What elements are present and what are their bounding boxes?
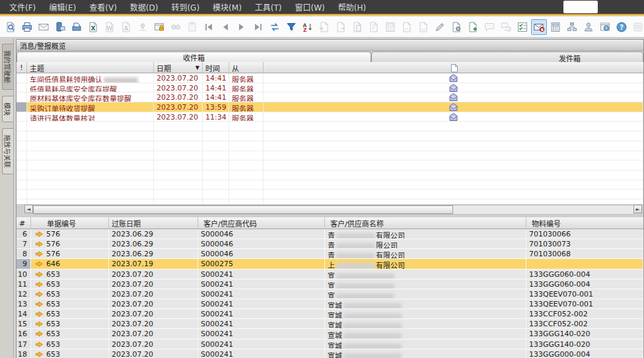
calculator-icon[interactable] [548,19,563,35]
journal-entry-icon[interactable] [366,19,382,35]
last-record-icon[interactable] [250,19,266,35]
export-excel-icon[interactable]: X [85,19,101,35]
inbox-col-header-0[interactable]: ! [17,62,27,73]
link-arrow-icon[interactable] [35,291,44,298]
copy-to-icon[interactable] [333,19,349,35]
chat-icon[interactable] [498,19,514,35]
next-record-icon[interactable] [234,19,250,35]
document-row-7[interactable]: 75762023.06.29S000046青限公司701030073 [17,239,643,249]
export-word-icon[interactable]: W [102,19,118,35]
sidebar-tab-1[interactable]: 模块 [2,96,13,122]
print-preview-icon[interactable] [3,19,18,35]
menu-item-2[interactable]: 查看(V) [83,0,124,15]
web-browser-icon[interactable] [597,19,613,35]
document-settings-icon[interactable] [448,19,464,35]
messages-alerts-overview-icon[interactable]: B [531,19,547,35]
documents-col-header-0[interactable]: # [17,217,31,229]
document-row-13[interactable]: 136532023.07.20S000241宣城133QEEV070-001 [17,299,643,309]
clipboard-icon[interactable] [184,19,200,35]
link-arrow-icon[interactable] [35,271,44,278]
link-arrow-icon[interactable] [35,330,44,338]
link-arrow-icon[interactable] [35,301,44,308]
first-record-icon[interactable] [201,19,217,35]
documents-col-header-5[interactable]: 物料编号 [526,217,643,229]
link-arrow-icon[interactable] [35,341,44,348]
link-arrow-icon[interactable] [35,351,44,358]
org-chart-icon[interactable] [564,19,580,35]
tab-outbox[interactable]: 发件箱 [371,52,643,62]
document-row-15[interactable]: 156532023.07.20S000241宣城133CCF052-002 [17,319,643,329]
refresh-record-icon[interactable] [267,19,283,35]
documents-col-header-2[interactable]: 过账日期 [109,217,198,229]
inbox-col-header-2[interactable]: 日期▼ [154,62,203,73]
filter-table-icon[interactable] [283,19,299,35]
documents-col-header-4[interactable]: 客户/供应商名称 [325,217,526,229]
export-pdf-icon[interactable]: A [118,19,134,35]
document-row-10[interactable]: 106532023.07.20S000241宣133GGG060-004 [17,269,643,279]
customize-icon[interactable] [630,19,644,35]
attachment-column-header[interactable] [264,62,643,73]
attachment-envelope-icon[interactable] [264,73,643,83]
menu-item-0[interactable]: 文件(F) [3,0,42,15]
document-journal-icon[interactable] [382,19,398,35]
document-row-11[interactable]: 116532023.07.20S000241宣133GGG060-004 [17,279,643,289]
checklist-icon[interactable] [515,19,530,35]
menu-item-7[interactable]: 窗口(W) [289,0,332,15]
document-row-8[interactable]: 85762023.06.29S000046青有限公司701030068 [17,249,643,259]
documents-col-header-1[interactable]: 单据编号 [31,217,109,229]
attachment-envelope-icon[interactable] [264,102,643,112]
inbox-col-header-3[interactable]: 时间 [203,62,229,73]
target-document-icon[interactable] [415,19,431,35]
document-row-14[interactable]: 146532023.07.20S000241宣城133CCF052-002 [17,309,643,319]
sidebar-tab-0[interactable]: 我的驾驶舱 [2,44,13,90]
send-email-icon[interactable] [36,19,52,35]
duplicate-icon[interactable] [349,19,365,35]
attachment-envelope-icon[interactable] [264,112,643,122]
link-arrow-icon[interactable] [35,281,44,288]
link-arrow-icon[interactable] [35,250,44,258]
comment-icon[interactable] [482,19,497,35]
employee-icon[interactable] [581,19,596,35]
inbox-row-4[interactable]: 采购订单待收货提醒2023.07.2013:59服务器 [17,102,643,112]
form-settings-icon[interactable] [465,19,481,35]
copy-from-icon[interactable] [316,19,332,35]
link-arrow-icon[interactable] [35,240,44,248]
inbox-col-header-4[interactable]: 从 [229,62,264,73]
tab-inbox[interactable]: 收件箱 [17,52,371,62]
scrollbar-track[interactable] [33,205,633,215]
menu-item-1[interactable]: 编辑(E) [42,0,83,15]
find-icon[interactable] [168,19,184,35]
print-icon[interactable] [19,19,35,35]
edit-icon[interactable] [432,19,448,35]
help-icon[interactable]: ? [614,19,629,35]
document-row-6[interactable]: 65762023.06.29S000046青有限公司701030066 [17,229,643,239]
inbox-row-5[interactable]: 请进行基体数量核对2023.07.2011:34服务器 [17,112,643,122]
document-row-17[interactable]: 176532023.07.20S000241宣城133GGG140-020 [17,340,643,349]
lock-screen-icon[interactable] [151,19,167,35]
base-document-icon[interactable] [399,19,415,35]
menu-item-4[interactable]: 转到(G) [164,0,206,15]
document-row-16[interactable]: 166532023.07.20S000241宣城133GGG140-020 [17,329,643,339]
launch-application-icon[interactable] [135,19,151,35]
menu-item-5[interactable]: 模块(M) [206,0,248,15]
document-row-9[interactable]: 96462023.07.19S000275上有限公司 [17,259,643,269]
menu-item-8[interactable]: 帮助(H) [332,0,373,15]
inbox-row-1[interactable]: 车间低值易耗领用确认2023.07.2014:41服务器 [17,73,643,83]
sort-table-icon[interactable]: AZ [300,19,316,35]
scroll-right-button[interactable]: ► [633,205,642,213]
link-arrow-icon[interactable] [35,260,44,268]
link-arrow-icon[interactable] [35,320,44,328]
document-row-18[interactable]: 186532023.07.20S000241宣城133GGG000-004 [17,349,643,358]
sidebar-tab-2[interactable]: 拖放与关联 [2,128,13,174]
menu-item-3[interactable]: 数据(D) [124,0,165,15]
previous-record-icon[interactable] [217,19,233,35]
documents-col-header-3[interactable]: 客户/供应商代码 [198,217,325,229]
document-row-12[interactable]: 126532023.07.20S000241宣133QEEV070-001 [17,289,643,299]
inbox-row-3[interactable]: 原材料基体库安全库存数量提醒2023.07.2014:41服务器 [17,92,643,102]
send-sms-icon[interactable] [52,19,68,35]
inbox-col-header-1[interactable]: 主题 [27,62,154,73]
link-arrow-icon[interactable] [35,231,44,238]
scroll-left-button[interactable]: ◄ [24,205,33,213]
attachment-envelope-icon[interactable] [264,92,643,102]
menu-item-6[interactable]: 工具(T) [248,0,289,15]
